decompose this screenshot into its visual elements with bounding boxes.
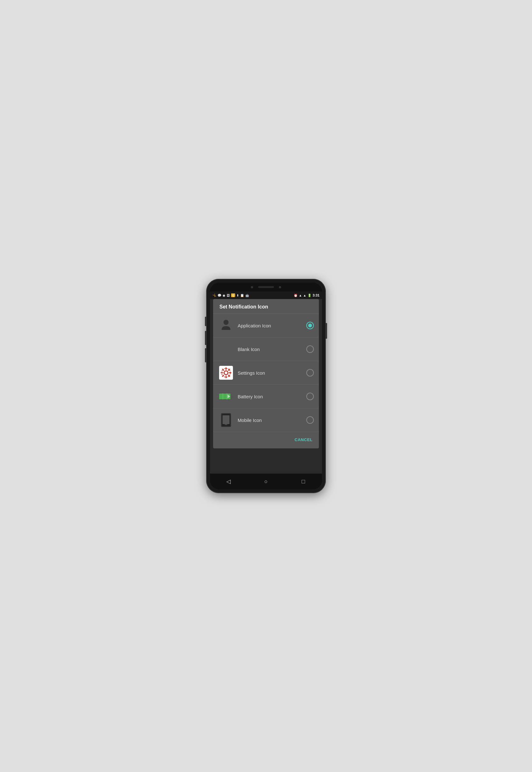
blank-icon-preview — [218, 341, 234, 357]
dialog-actions: CANCEL — [213, 432, 319, 448]
notification-icon-7: 🤖 — [245, 294, 249, 297]
mobile-home-button — [225, 424, 227, 425]
option-mobile[interactable]: Mobile Icon — [213, 408, 319, 432]
notification-icon-4: 🖼 — [227, 294, 230, 297]
notification-icon-1: 🤸 — [212, 294, 216, 297]
battery-icon-0-label: Battery Icon — [238, 394, 306, 399]
navigation-bar: ◁ ○ □ — [210, 474, 322, 489]
option-battery-0[interactable]: Battery Icon — [213, 385, 319, 408]
mobile-phone-icon — [221, 413, 231, 427]
blank-icon-label: Blank Icon — [238, 347, 306, 352]
phone-device: 🤸 💬 ◉ 🖼 Q ⬇ 📋 🤖 ⏰ ▲ ▲ 🔋 3:31 Set Notif — [206, 279, 326, 493]
application-icon-preview — [218, 318, 234, 333]
recent-button[interactable]: □ — [297, 475, 310, 488]
battery-status-icon: 🔋 — [308, 294, 311, 297]
cancel-button[interactable]: CANCEL — [293, 435, 314, 445]
app-icon-svg — [219, 319, 233, 332]
notification-icon-5: ⬇ — [236, 294, 239, 297]
alarm-icon: ⏰ — [294, 294, 297, 297]
volume-down-button[interactable] — [205, 331, 206, 345]
silent-button[interactable] — [205, 348, 206, 362]
icon-options-list: Application Icon Blank Icon — [213, 314, 319, 432]
volume-up-button[interactable] — [205, 317, 206, 326]
svg-rect-13 — [232, 395, 233, 398]
mobile-icon-radio[interactable] — [306, 416, 314, 424]
settings-icon-radio[interactable] — [306, 369, 314, 377]
notification-badge: Q — [231, 293, 235, 297]
mobile-icon-preview — [218, 412, 234, 428]
battery-icon-0-preview — [218, 389, 234, 404]
status-left-icons: 🤸 💬 ◉ 🖼 Q ⬇ 📋 🤖 — [212, 293, 249, 297]
settings-icon-label: Settings Icon — [238, 370, 306, 376]
home-button[interactable]: ○ — [260, 475, 272, 488]
speaker — [258, 286, 274, 288]
option-settings[interactable]: Settings Icon — [213, 361, 319, 385]
battery-icon-0-radio[interactable] — [306, 393, 314, 400]
phone-screen: 🤸 💬 ◉ 🖼 Q ⬇ 📋 🤖 ⏰ ▲ ▲ 🔋 3:31 Set Notif — [210, 283, 322, 489]
sensor — [279, 286, 281, 288]
application-icon-radio[interactable] — [306, 322, 314, 329]
blank-icon-radio[interactable] — [306, 345, 314, 353]
status-bar: 🤸 💬 ◉ 🖼 Q ⬇ 📋 🤖 ⏰ ▲ ▲ 🔋 3:31 — [210, 292, 322, 299]
battery-svg-0 — [218, 392, 234, 401]
dialog-title: Set Notification Icon — [213, 299, 319, 314]
back-button[interactable]: ◁ — [222, 475, 235, 488]
gear-svg — [220, 366, 232, 379]
settings-gear-container — [219, 366, 233, 380]
power-button[interactable] — [326, 323, 327, 339]
notification-icon-3: ◉ — [223, 294, 225, 297]
wifi-icon: ▲ — [299, 294, 302, 297]
option-blank[interactable]: Blank Icon — [213, 338, 319, 361]
signal-icon: ▲ — [303, 294, 306, 297]
camera — [251, 286, 253, 288]
notification-icon-2: 💬 — [218, 294, 221, 297]
set-notification-icon-dialog: Set Notification Icon Application Icon — [213, 299, 319, 448]
status-right-icons: ⏰ ▲ ▲ 🔋 3:31 — [294, 293, 320, 297]
mobile-icon-label: Mobile Icon — [238, 417, 306, 423]
phone-top-bar — [210, 283, 322, 292]
svg-point-0 — [224, 320, 229, 325]
mobile-screen — [223, 415, 229, 424]
settings-icon-preview — [218, 365, 234, 381]
option-application[interactable]: Application Icon — [213, 314, 319, 338]
screen-content: Set Notification Icon Application Icon — [210, 299, 322, 474]
status-time: 3:31 — [313, 293, 320, 297]
application-icon-label: Application Icon — [238, 323, 306, 328]
notification-icon-6: 📋 — [240, 294, 244, 297]
